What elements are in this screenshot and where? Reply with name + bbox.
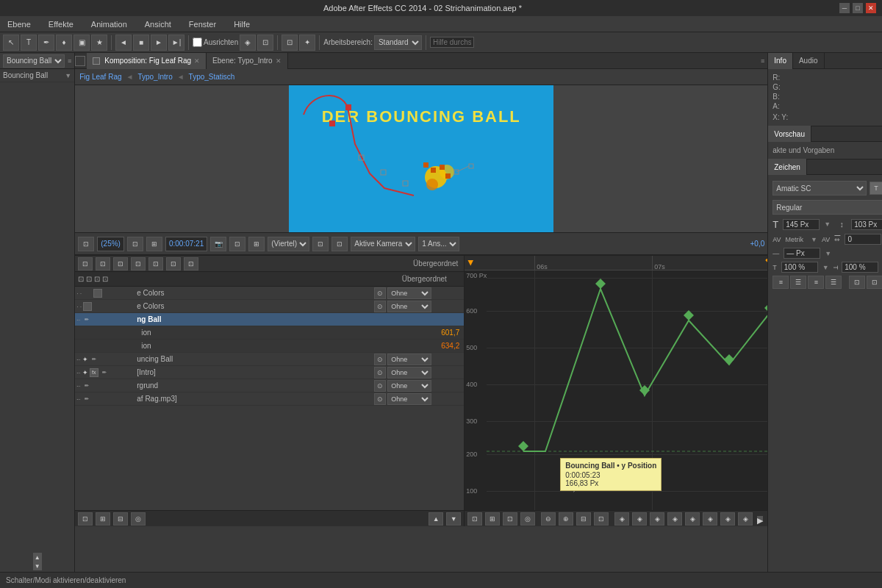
layer-mask-7[interactable]: ⊙	[374, 380, 386, 392]
font-color-btn[interactable]: T	[870, 182, 882, 195]
left-scroll-down[interactable]: ▼	[33, 562, 42, 570]
bottom-tl-scroll-up[interactable]: ▲	[429, 512, 443, 526]
graph-btn-4[interactable]: ◎	[520, 512, 535, 526]
layer-mask-0[interactable]: ⊙	[374, 287, 386, 299]
format-left[interactable]: ≡	[772, 276, 789, 289]
menu-animation[interactable]: Animation	[87, 18, 132, 30]
tracking-input[interactable]	[845, 234, 881, 245]
tl-btn-3[interactable]: ⊡	[113, 257, 128, 270]
tool-brush[interactable]: ♦	[56, 35, 72, 51]
preview-snapshot[interactable]: 📷	[210, 237, 226, 251]
graph-btn-1[interactable]: ⊡	[467, 512, 482, 526]
font-size-input[interactable]	[783, 219, 820, 230]
breadcrumb-typo-intro[interactable]: Typo_Intro	[137, 73, 172, 81]
layer-parent-5[interactable]: Ohne	[387, 354, 431, 365]
tool-cam2[interactable]: ✦	[299, 35, 315, 51]
preview-res-btn[interactable]: ⊡	[312, 237, 329, 251]
tool-stamp[interactable]: ▣	[74, 35, 90, 51]
close-button[interactable]: ✕	[866, 3, 876, 13]
graph-kf-btn2[interactable]: ◈	[632, 512, 647, 526]
layer-parent-6[interactable]: Ohne	[387, 367, 431, 379]
graph-btn-2[interactable]: ⊞	[485, 512, 500, 526]
scale-v-input[interactable]	[842, 262, 878, 273]
preview-quality-select[interactable]: (Viertel)	[268, 237, 309, 251]
left-layer-expand[interactable]: ▼	[65, 72, 71, 79]
graph-fit[interactable]: ⊟	[576, 512, 591, 526]
layer-row-1[interactable]: · · e Colors ⊙ Ohne	[75, 300, 464, 313]
tl-btn-1[interactable]: ⊡	[78, 257, 93, 270]
tool-align-extra2[interactable]: ⊡	[257, 35, 273, 51]
workspace-select[interactable]: Standard	[374, 35, 422, 50]
bottom-tl-btn-4[interactable]: ◎	[131, 512, 146, 526]
graph-kf-btn1[interactable]: ◈	[614, 512, 629, 526]
tool-nav4[interactable]: ►|	[168, 35, 184, 51]
breadcrumb-fig[interactable]: Fig Leaf Rag	[79, 73, 121, 81]
layer-row-8[interactable]: -· ✏ af Rag.mp3] ⊙ Ohne	[75, 392, 464, 406]
graph-btn-5[interactable]: ⊡	[594, 512, 609, 526]
tool-select[interactable]: ↖	[3, 35, 19, 51]
layer-row-0[interactable]: · · fx e Colors ⊙ Ohne	[75, 287, 464, 300]
scale-h-input[interactable]	[781, 262, 818, 273]
tl-btn-7[interactable]: ⊡	[184, 257, 198, 270]
tool-nav1[interactable]: ◄	[115, 35, 132, 51]
text-size-input[interactable]	[784, 248, 820, 259]
graph-scroll-right[interactable]: ▶	[757, 516, 763, 522]
preview-camera-select[interactable]: Aktive Kamera	[351, 237, 415, 251]
tool-pen[interactable]: ✒	[38, 35, 54, 51]
layer-row-6[interactable]: -· ✦ fx ✏ [Intro] ⊙ Ohne	[75, 366, 464, 379]
tab-composition[interactable]: Komposition: Fig Leaf Rag ✕	[87, 53, 207, 69]
menu-hilfe[interactable]: Hilfe	[229, 18, 254, 30]
tab-menu[interactable]: ≡	[758, 57, 767, 65]
layer-parent-1[interactable]: Ohne	[387, 301, 431, 312]
tool-nav2[interactable]: ■	[133, 35, 149, 51]
tl-btn-2[interactable]: ⊡	[96, 257, 110, 270]
preview-grid[interactable]: ⊞	[248, 237, 265, 251]
format-justify[interactable]: ☰	[825, 276, 842, 289]
layer-mask-5[interactable]: ⊙	[374, 354, 386, 365]
preview-fit-btn[interactable]: ⊞	[146, 237, 162, 251]
bottom-tl-btn-2[interactable]: ⊞	[96, 512, 110, 526]
minimize-button[interactable]: ─	[839, 3, 850, 13]
tl-btn-6[interactable]: ⊡	[166, 257, 181, 270]
layer-row-3[interactable]: ion 601,7	[75, 326, 464, 340]
layer-parent-7[interactable]: Ohne	[387, 380, 431, 392]
format-right[interactable]: ≡	[808, 276, 824, 289]
left-scroll-up[interactable]: ▲	[33, 553, 42, 562]
preview-frame-icon[interactable]: ⊡	[78, 237, 94, 251]
tool-cam1[interactable]: ⊡	[282, 35, 298, 51]
maximize-button[interactable]: □	[853, 3, 863, 13]
graph-zoom-out[interactable]: ⊖	[541, 512, 556, 526]
comp-select[interactable]: Bouncing Ball	[3, 54, 65, 68]
layer-mask-6[interactable]: ⊙	[374, 367, 386, 379]
graph-kf-btn8[interactable]: ◈	[738, 512, 753, 526]
format-center[interactable]: ☰	[790, 276, 806, 289]
menu-fenster[interactable]: Fenster	[184, 18, 220, 30]
tab-layer-close[interactable]: ✕	[276, 57, 282, 65]
font-family-select[interactable]: Amatic SC	[772, 181, 867, 196]
bottom-tl-btn-1[interactable]: ⊡	[78, 512, 93, 526]
menu-ebene[interactable]: Ebene	[3, 18, 35, 30]
tool-nav3[interactable]: ►	[151, 35, 167, 51]
tl-btn-4[interactable]: ⊡	[131, 257, 146, 270]
bottom-tl-btn-3[interactable]: ⊟	[113, 512, 128, 526]
left-layer-bouncing-ball[interactable]: Bouncing Ball ▼	[0, 69, 74, 82]
layer-parent-8[interactable]: Ohne	[387, 393, 431, 405]
search-input[interactable]	[430, 37, 474, 48]
tab-comp-close[interactable]: ✕	[194, 57, 200, 65]
tab-zeichen[interactable]: Zeichen	[768, 159, 807, 175]
layer-row-5[interactable]: -· ✦ ✏ uncing Ball ⊙ Ohne	[75, 353, 464, 366]
tab-info[interactable]: Info	[768, 53, 793, 69]
tool-align-extra[interactable]: ◈	[240, 35, 256, 51]
comp-options[interactable]: ≡	[68, 57, 71, 65]
graph-zoom-in[interactable]: ⊕	[559, 512, 573, 526]
preview-view-select[interactable]: 1 Ans...	[418, 237, 459, 251]
graph-kf-btn4[interactable]: ◈	[667, 512, 682, 526]
tool-shape[interactable]: ★	[91, 35, 107, 51]
graph-kf-btn3[interactable]: ◈	[650, 512, 664, 526]
layer-row-7[interactable]: -· ✏ rgrund ⊙ Ohne	[75, 379, 464, 392]
menu-ansicht[interactable]: Ansicht	[140, 18, 176, 30]
graph-kf-btn5[interactable]: ◈	[685, 512, 700, 526]
menu-effekte[interactable]: Effekte	[44, 18, 78, 30]
preview-ch-btn[interactable]: ⊡	[331, 237, 348, 251]
tool-text[interactable]: T	[21, 35, 37, 51]
